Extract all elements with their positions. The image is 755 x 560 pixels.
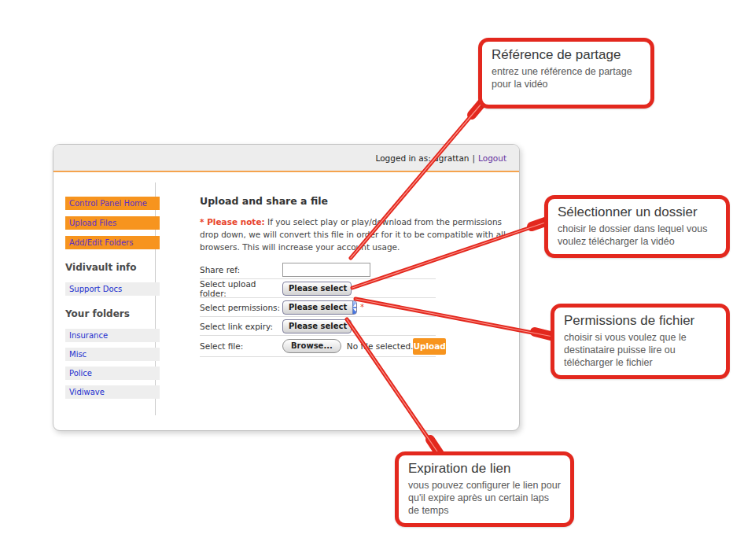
folder-item-vidiwave[interactable]: Vidiwave [65,385,160,399]
share-ref-label: Share ref: [200,265,282,274]
required-asterisk: * [360,303,364,311]
sidebar-heading-vidivault-info: Vidivault info [65,262,160,273]
folder-item-insurance[interactable]: Insurance [65,329,160,342]
note-label: * Please note: [200,217,265,227]
file-status-text: No file selected. [347,341,414,351]
callout-body: choisir si vous voulez que le destinatai… [564,331,718,369]
form-row-select-file: Select file: Browse... No file selected.… [200,336,436,357]
main-content: Upload and share a file * Please note: I… [200,195,508,357]
browse-button[interactable]: Browse... [282,339,341,353]
sidebar-heading-your-folders: Your folders [65,308,160,319]
callout-title: Permissions de fichier [564,313,718,329]
callout-select-folder: Sélectionner un dossier choisir le dossi… [544,195,730,258]
logged-in-text: Logged in as: dgrattan [376,153,470,163]
upload-button[interactable]: Upload [413,338,445,355]
stepper-icon [352,301,357,314]
page-title: Upload and share a file [200,195,508,207]
upload-folder-select-value: Please select [283,284,352,293]
permissions-select-value: Please select [283,303,352,311]
callout-title: Expiration de lien [408,461,562,477]
sidebar-item-add-edit-folders[interactable]: Add/Edit Folders [65,236,160,249]
callout-body: vous pouvez configurer le lien pour qu'i… [408,479,562,517]
upload-folder-label: Select upload folder: [200,279,282,298]
callout-share-ref: Référence de partage entrez une référenc… [478,38,654,109]
link-expiry-label: Select link expiry: [200,322,282,331]
callout-body: choisir le dossier dans lequel vous voul… [558,223,718,248]
upload-form: Share ref: Select upload folder: Please … [200,260,436,357]
logout-link[interactable]: Logout [478,153,506,163]
permissions-label: Select permissions: [200,303,282,312]
link-expiry-select[interactable]: Please select [282,319,352,333]
window-header: Logged in as: dgrattan | Logout [53,145,519,172]
form-row-upload-folder: Select upload folder: Please select [200,279,436,298]
permissions-select[interactable]: Please select [282,300,357,315]
control-panel-window: Logged in as: dgrattan | Logout Control … [53,144,520,431]
form-row-permissions: Select permissions: Please select * [200,298,436,317]
form-row-link-expiry: Select link expiry: Please select [200,317,436,336]
folder-item-misc[interactable]: Misc [65,348,160,361]
link-expiry-select-value: Please select [283,322,352,330]
callout-body: entrez une référence de partage pour la … [492,65,643,90]
share-ref-input[interactable] [282,263,370,277]
please-note: * Please note: If you select play or pla… [200,216,508,253]
select-file-label: Select file: [200,341,282,351]
tutorial-canvas: Logged in as: dgrattan | Logout Control … [0,0,755,560]
callout-title: Référence de partage [492,47,643,63]
upload-folder-select[interactable]: Please select [282,282,352,296]
callout-title: Sélectionner un dossier [558,204,718,220]
form-row-share-ref: Share ref: [200,260,436,279]
sidebar: Control Panel Home Upload Files Add/Edit… [65,197,160,404]
sidebar-item-support-docs[interactable]: Support Docs [65,282,160,296]
sidebar-item-control-panel-home[interactable]: Control Panel Home [65,197,160,210]
folder-item-police[interactable]: Police [65,367,160,380]
sidebar-item-upload-files[interactable]: Upload Files [65,216,160,230]
header-separator: | [473,153,476,163]
callout-link-expiry: Expiration de lien vous pouvez configure… [395,451,574,527]
callout-permissions: Permissions de fichier choisir si vous v… [551,304,730,379]
